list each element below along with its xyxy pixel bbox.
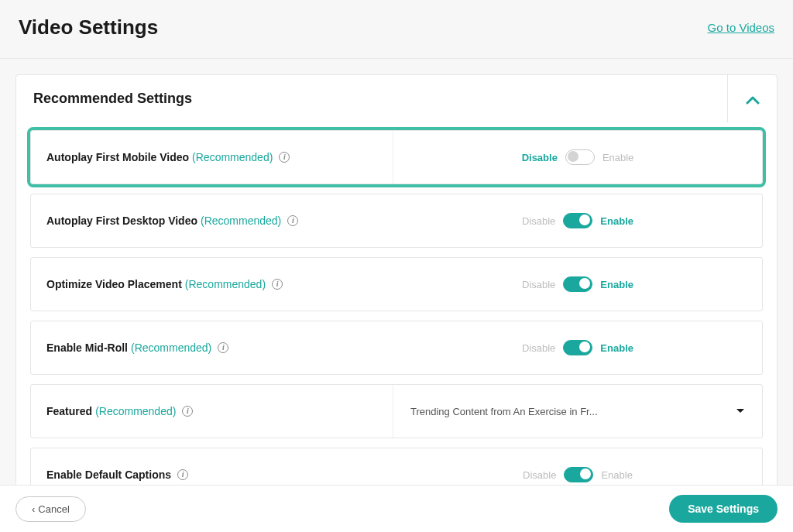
- setting-control-area: Disable Enable: [393, 194, 762, 247]
- setting-label: Enable Default Captions: [46, 469, 171, 481]
- setting-label-area: Autoplay First Desktop Video (Recommende…: [31, 194, 393, 247]
- enable-label: Enable: [601, 469, 632, 481]
- toggle-block: Disable Enable: [522, 149, 634, 165]
- setting-featured: Featured (Recommended) i Trending Conten…: [30, 384, 763, 438]
- setting-label-area: Enable Mid-Roll (Recommended) i: [31, 321, 393, 374]
- recommended-tag: (Recommended): [185, 278, 266, 290]
- disable-label: Disable: [523, 469, 556, 481]
- recommended-tag: (Recommended): [192, 151, 273, 163]
- setting-label-area: Featured (Recommended) i: [31, 385, 393, 438]
- info-icon[interactable]: i: [177, 469, 188, 480]
- setting-label-area: Optimize Video Placement (Recommended) i: [31, 258, 393, 311]
- toggle-knob: [579, 215, 590, 225]
- setting-optimize-placement: Optimize Video Placement (Recommended) i…: [30, 257, 763, 311]
- disable-label: Disable: [522, 152, 558, 163]
- toggle-knob: [579, 342, 590, 352]
- toggle-knob: [579, 278, 590, 289]
- setting-label: Enable Mid-Roll: [46, 342, 128, 354]
- setting-control-area: Disable Enable: [393, 321, 762, 374]
- save-settings-button[interactable]: Save Settings: [669, 495, 778, 523]
- footer-bar: ‹ Cancel Save Settings: [0, 485, 793, 532]
- toggle-switch[interactable]: [564, 467, 593, 482]
- toggle-switch[interactable]: [563, 340, 592, 355]
- cancel-button[interactable]: ‹ Cancel: [15, 496, 86, 522]
- panel-header: Recommended Settings: [16, 75, 777, 122]
- chevron-up-icon: [746, 89, 760, 109]
- toggle-block: Disable Enable: [523, 467, 633, 482]
- info-icon[interactable]: i: [272, 279, 283, 290]
- info-icon[interactable]: i: [182, 406, 193, 417]
- setting-control-area: Disable Enable: [393, 258, 762, 311]
- setting-label: Autoplay First Mobile Video: [46, 151, 189, 163]
- info-icon[interactable]: i: [218, 342, 228, 353]
- disable-label: Disable: [522, 279, 555, 290]
- recommended-settings-panel: Recommended Settings Autoplay First Mobi…: [15, 74, 778, 526]
- disable-label: Disable: [522, 215, 555, 227]
- recommended-tag: (Recommended): [131, 342, 211, 354]
- main-container: Recommended Settings Autoplay First Mobi…: [0, 59, 793, 532]
- featured-select[interactable]: Trending Content from An Exercise in Fr.…: [393, 385, 762, 438]
- toggle-block: Disable Enable: [522, 340, 633, 355]
- panel-body: Autoplay First Mobile Video (Recommended…: [16, 122, 777, 525]
- info-icon[interactable]: i: [279, 152, 290, 163]
- setting-control-area: Disable Enable: [393, 131, 762, 184]
- toggle-switch[interactable]: [565, 149, 595, 165]
- cancel-label: Cancel: [38, 503, 69, 515]
- panel-collapse-button[interactable]: [727, 75, 777, 122]
- setting-label-area: Autoplay First Mobile Video (Recommended…: [31, 131, 393, 184]
- toggle-block: Disable Enable: [522, 213, 633, 228]
- recommended-tag: (Recommended): [95, 405, 176, 417]
- enable-label: Enable: [600, 279, 633, 290]
- setting-autoplay-desktop: Autoplay First Desktop Video (Recommende…: [30, 194, 763, 248]
- enable-label: Enable: [600, 342, 633, 354]
- caret-down-icon: [736, 406, 745, 417]
- setting-mid-roll: Enable Mid-Roll (Recommended) i Disable …: [30, 321, 763, 375]
- enable-label: Enable: [602, 152, 633, 163]
- toggle-switch[interactable]: [563, 213, 592, 228]
- setting-autoplay-mobile: Autoplay First Mobile Video (Recommended…: [30, 130, 763, 184]
- chevron-left-icon: ‹: [32, 503, 35, 515]
- select-value: Trending Content from An Exercise in Fr.…: [410, 406, 598, 417]
- panel-title: Recommended Settings: [16, 75, 727, 122]
- disable-label: Disable: [522, 342, 555, 354]
- go-to-videos-link[interactable]: Go to Videos: [708, 21, 774, 34]
- setting-label: Autoplay First Desktop Video: [46, 215, 197, 227]
- setting-label: Featured: [46, 405, 92, 417]
- toggle-knob: [580, 469, 591, 479]
- toggle-switch[interactable]: [563, 276, 592, 292]
- toggle-knob: [568, 151, 578, 162]
- toggle-block: Disable Enable: [522, 276, 633, 292]
- enable-label: Enable: [600, 215, 633, 227]
- page-title: Video Settings: [19, 15, 158, 39]
- setting-label: Optimize Video Placement: [46, 278, 182, 290]
- info-icon[interactable]: i: [287, 215, 298, 226]
- header-bar: Video Settings Go to Videos: [0, 0, 793, 59]
- recommended-tag: (Recommended): [201, 215, 281, 227]
